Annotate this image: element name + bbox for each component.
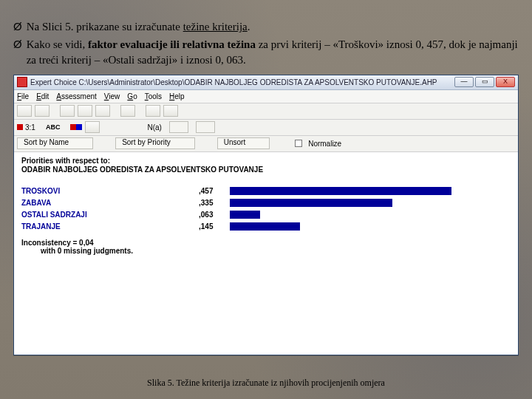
titlebar: Expert Choice C:\Users\Administrator\Des… [14, 75, 518, 90]
app-icon [17, 77, 27, 87]
bullet-mark: Ø [13, 37, 22, 67]
bullet-text: Kako se vidi, faktor evaluacije ili rela… [27, 37, 519, 67]
criteria-bar [230, 187, 451, 195]
bullet-2: Ø Kako se vidi, faktor evaluacije ili re… [13, 37, 519, 67]
toolbar-button[interactable] [163, 105, 178, 117]
criteria-name: TRAJANJE [21, 222, 199, 231]
ratio-label: 3:1 [25, 123, 35, 132]
menu-file[interactable]: File [17, 92, 29, 100]
toolbar-secondary: 3:1 ABC N(a) [14, 120, 518, 136]
window-title: Expert Choice C:\Users\Administrator\Des… [30, 78, 451, 86]
criteria-name: ZABAVA [21, 199, 199, 207]
toolbar-main [14, 103, 518, 120]
toolbar-button[interactable] [17, 105, 32, 117]
sort-by-priority-button[interactable]: Sort by Priority [115, 137, 195, 149]
ratio-indicator: 3:1 [17, 123, 35, 132]
bullet-text: Na Slici 5. prikazane su izračunate teži… [27, 19, 250, 34]
unsort-button[interactable]: Unsort [217, 137, 270, 149]
figure-caption: Slika 5. Težine kriterija izračunate iz … [0, 378, 532, 389]
criteria-value: ,145 [199, 222, 230, 231]
bullet-mark: Ø [13, 19, 22, 34]
criteria-bar [230, 211, 260, 219]
toolbar-button[interactable] [78, 105, 92, 117]
menu-go[interactable]: Go [127, 92, 137, 100]
toolbar-button[interactable] [85, 121, 100, 133]
criteria-row: TROSKOVI,457 [21, 185, 511, 197]
criteria-chart: TROSKOVI,457ZABAVA,335OSTALI SADRZAJI,06… [21, 185, 511, 233]
content-area: Priorities with respect to: ODABIR NAJBO… [14, 152, 518, 255]
criteria-row: TRAJANJE,145 [21, 221, 511, 233]
toolbar-button[interactable] [95, 105, 110, 117]
criteria-value: ,063 [199, 211, 230, 219]
criteria-bar [230, 199, 392, 207]
goal-title: ODABIR NAJBOLJEG ODREDISTA ZA APSOLVENTS… [21, 166, 511, 174]
criteria-name: OSTALI SADRZAJI [21, 211, 199, 219]
toolbar-button[interactable] [196, 121, 215, 133]
criteria-row: ZABAVA,335 [21, 197, 511, 209]
menu-tools[interactable]: Tools [145, 92, 162, 100]
menu-assessment[interactable]: Assessment [56, 92, 96, 100]
priorities-header: Priorities with respect to: [21, 157, 511, 165]
criteria-row: OSTALI SADRZAJI,063 [21, 209, 511, 221]
missing-judgments: with 0 missing judgments. [41, 247, 133, 255]
bullet-1: Ø Na Slici 5. prikazane su izračunate te… [13, 19, 519, 34]
close-button[interactable]: X [496, 77, 515, 87]
criteria-value: ,457 [199, 187, 230, 195]
toolbar-button[interactable] [35, 105, 50, 117]
toolbar-button[interactable] [169, 121, 188, 133]
toolbar-sort: Sort by Name Sort by Priority Unsort Nor… [14, 136, 518, 152]
app-window: Expert Choice C:\Users\Administrator\Des… [13, 75, 519, 355]
abc-button[interactable]: ABC [46, 123, 61, 131]
menubar: File Edit Assessment View Go Tools Help [14, 90, 518, 103]
inconsistency-block: Inconsistency = 0,04 with 0 missing judg… [21, 239, 511, 255]
menu-help[interactable]: Help [169, 92, 185, 100]
criteria-bar [230, 222, 300, 231]
toolbar-button[interactable] [60, 105, 75, 117]
menu-edit[interactable]: Edit [36, 92, 49, 100]
criteria-value: ,335 [199, 199, 230, 207]
criteria-name: TROSKOVI [21, 187, 199, 195]
equalizer-icon[interactable] [70, 124, 82, 130]
normalize-label: Normalize [308, 140, 341, 148]
na-label: N(a) [147, 123, 161, 132]
inconsistency-value: Inconsistency = 0,04 [21, 239, 94, 247]
sort-by-name-button[interactable]: Sort by Name [17, 137, 93, 149]
menu-view[interactable]: View [104, 92, 120, 100]
maximize-button[interactable]: ▭ [475, 77, 494, 87]
toolbar-button[interactable] [120, 105, 135, 117]
toolbar-button[interactable] [146, 105, 160, 117]
normalize-checkbox[interactable] [295, 140, 302, 147]
minimize-button[interactable]: — [454, 77, 474, 87]
